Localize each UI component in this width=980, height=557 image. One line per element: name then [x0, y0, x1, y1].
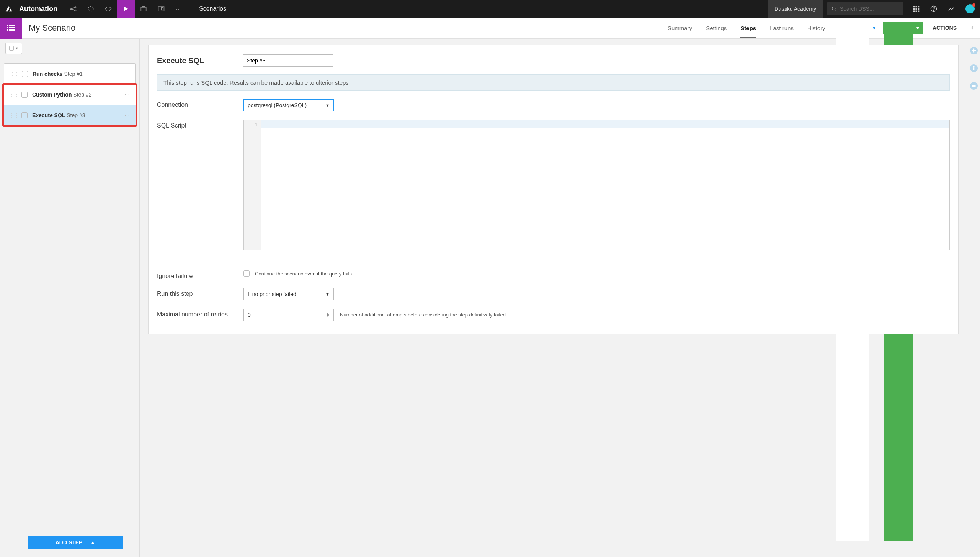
- chevron-down-icon: ▼: [325, 292, 330, 297]
- step-more-icon[interactable]: ⋯: [124, 92, 130, 98]
- drag-handle-icon[interactable]: ⋮⋮: [9, 112, 18, 118]
- more-icon[interactable]: ⋯: [170, 0, 188, 18]
- run-this-step-select[interactable]: If no prior step failed ▼: [243, 288, 334, 300]
- svg-rect-24: [9, 29, 15, 31]
- highlight-annotation: ⋮⋮ Custom Python Step #2 ⋯ ⋮⋮ Execute SQ…: [2, 83, 137, 127]
- select-all-checkbox[interactable]: ▼: [5, 43, 22, 54]
- svg-rect-29: [973, 67, 975, 70]
- step-detail-pane: Execute SQL This step runs SQL code. Res…: [140, 39, 967, 557]
- recipe-icon[interactable]: [82, 0, 100, 18]
- step-info-banner: This step runs SQL code. Results can be …: [157, 74, 950, 91]
- add-circle-icon[interactable]: [970, 46, 977, 54]
- scenarios-crumb[interactable]: Scenarios: [188, 0, 238, 18]
- svg-point-3: [88, 6, 93, 11]
- svg-rect-12: [916, 8, 917, 10]
- info-circle-icon[interactable]: [970, 64, 977, 72]
- step-checkbox[interactable]: [21, 112, 28, 118]
- code-icon[interactable]: [100, 0, 117, 18]
- global-search[interactable]: [827, 2, 903, 15]
- step-type-heading: Execute SQL: [157, 56, 204, 65]
- ignore-failure-checkbox[interactable]: [243, 270, 250, 277]
- svg-rect-13: [918, 8, 920, 10]
- preset-icon[interactable]: [135, 0, 152, 18]
- number-spinner[interactable]: ▲▼: [326, 312, 330, 318]
- step-item-execute-sql[interactable]: ⋮⋮ Execute SQL Step #3 ⋯: [4, 105, 136, 125]
- svg-rect-16: [918, 11, 920, 12]
- ignore-failure-hint: Continue the scenario even if the query …: [255, 271, 352, 277]
- tab-settings[interactable]: Settings: [699, 18, 733, 38]
- dataiku-logo[interactable]: [0, 0, 18, 18]
- svg-rect-9: [916, 6, 917, 8]
- scenario-title: My Scenario: [22, 23, 75, 33]
- svg-rect-21: [7, 27, 8, 28]
- max-retries-hint: Number of additional attempts before con…: [340, 309, 506, 321]
- svg-point-18: [933, 10, 934, 10]
- run-button[interactable]: RUN ▾: [883, 22, 923, 34]
- tab-history[interactable]: History: [800, 18, 832, 38]
- chevron-down-icon: ▼: [325, 103, 330, 108]
- step-item-run-checks[interactable]: ⋮⋮ Run checks Step #1 ⋯: [4, 64, 135, 84]
- search-icon: [831, 6, 837, 12]
- drag-handle-icon[interactable]: ⋮⋮: [10, 71, 19, 77]
- svg-rect-22: [9, 27, 15, 28]
- svg-rect-8: [913, 6, 915, 8]
- svg-rect-4: [141, 7, 146, 11]
- user-avatar[interactable]: [965, 4, 975, 13]
- svg-point-28: [973, 66, 975, 67]
- help-icon[interactable]: [925, 0, 942, 18]
- flow-icon[interactable]: [64, 0, 82, 18]
- step-checkbox[interactable]: [22, 71, 28, 77]
- run-this-step-label: Run this step: [157, 288, 243, 297]
- svg-rect-10: [918, 6, 920, 8]
- tab-steps[interactable]: Steps: [733, 18, 763, 38]
- max-retries-input[interactable]: 0 ▲▼: [243, 309, 334, 321]
- right-rail: [967, 39, 980, 557]
- collapse-right-icon[interactable]: [966, 25, 980, 31]
- step-more-icon[interactable]: ⋯: [124, 71, 130, 77]
- step-checkbox[interactable]: [21, 92, 28, 98]
- ignore-failure-label: Ignore failure: [157, 270, 243, 280]
- save-caret[interactable]: ▾: [869, 22, 879, 34]
- comment-circle-icon[interactable]: [970, 82, 977, 89]
- sql-editor[interactable]: 1: [243, 120, 950, 250]
- scenario-header: My Scenario Summary Settings Steps Last …: [0, 18, 980, 39]
- svg-rect-15: [916, 11, 917, 12]
- svg-rect-19: [7, 25, 8, 26]
- drag-handle-icon[interactable]: ⋮⋮: [9, 92, 18, 98]
- connection-select[interactable]: postgresql (PostgreSQL) ▼: [243, 99, 334, 111]
- svg-point-0: [70, 8, 71, 9]
- svg-rect-14: [913, 11, 915, 12]
- search-input[interactable]: [840, 6, 899, 12]
- project-name[interactable]: Automation: [18, 5, 64, 13]
- tab-last-runs[interactable]: Last runs: [763, 18, 800, 38]
- editor-gutter: 1: [244, 120, 261, 250]
- sql-script-label: SQL Script: [157, 120, 243, 129]
- add-step-button[interactable]: ADD STEP ▲: [28, 536, 123, 549]
- svg-rect-20: [9, 25, 15, 26]
- max-retries-label: Maximal number of retries: [157, 309, 243, 318]
- svg-rect-23: [7, 29, 8, 31]
- scenario-list-icon[interactable]: [0, 18, 22, 39]
- play-icon[interactable]: [117, 0, 135, 18]
- svg-rect-6: [162, 8, 163, 10]
- steps-sidebar: ▼ ⋮⋮ Run checks Step #1 ⋯ ⋮⋮ Custom Pyth…: [0, 39, 140, 557]
- scenario-tabs: Summary Settings Steps Last runs History: [661, 18, 832, 38]
- activity-icon[interactable]: [942, 0, 960, 18]
- tab-summary[interactable]: Summary: [661, 18, 699, 38]
- svg-rect-11: [913, 8, 915, 10]
- svg-point-7: [832, 7, 835, 10]
- academy-label[interactable]: Dataiku Academy: [768, 0, 823, 18]
- save-button[interactable]: SAVE ▾: [836, 22, 879, 34]
- connection-label: Connection: [157, 99, 243, 108]
- step-list: ⋮⋮ Run checks Step #1 ⋯: [4, 63, 136, 84]
- actions-button[interactable]: ACTIONS: [927, 22, 962, 34]
- svg-point-1: [75, 7, 76, 8]
- step-more-icon[interactable]: ⋯: [124, 112, 130, 118]
- apps-icon[interactable]: [907, 0, 925, 18]
- step-item-custom-python[interactable]: ⋮⋮ Custom Python Step #2 ⋯: [4, 85, 136, 105]
- run-caret[interactable]: ▾: [913, 22, 923, 34]
- svg-point-2: [75, 10, 76, 11]
- step-name-input[interactable]: [243, 54, 333, 67]
- panel-icon[interactable]: [152, 0, 170, 18]
- top-nav: Automation ⋯ Scenarios Dataiku Academy: [0, 0, 980, 18]
